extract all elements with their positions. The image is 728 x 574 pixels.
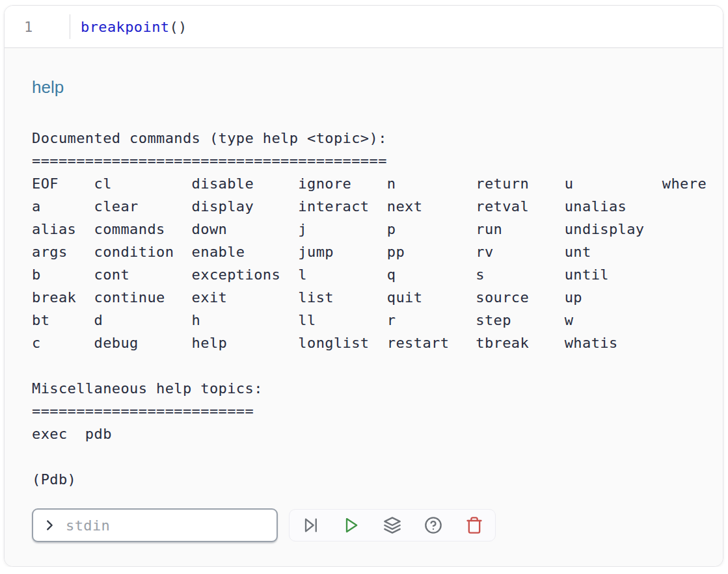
prompt-chevron-icon <box>42 518 57 532</box>
step-button[interactable] <box>298 514 323 536</box>
stack-icon <box>383 516 401 534</box>
line-number-gutter: 1 <box>5 6 70 47</box>
stdin-input-box[interactable] <box>32 508 278 542</box>
clear-button[interactable] <box>462 514 487 536</box>
run-button[interactable] <box>339 514 364 536</box>
stack-button[interactable] <box>380 514 405 536</box>
step-forward-icon <box>301 516 319 534</box>
trash-icon <box>465 516 483 534</box>
code-builtin-token: breakpoint <box>81 19 169 35</box>
echoed-command: help <box>32 77 695 98</box>
controls-row <box>32 508 695 542</box>
help-icon <box>424 516 442 534</box>
console-panel: help Documented commands (type help <top… <box>5 47 723 566</box>
debugger-repl-widget: 1 breakpoint() help Documented commands … <box>4 5 723 567</box>
code-editor[interactable]: 1 breakpoint() <box>5 6 723 47</box>
help-button[interactable] <box>421 514 446 536</box>
code-punctuation-token: () <box>169 19 187 35</box>
stdin-input[interactable] <box>64 517 267 534</box>
run-icon <box>342 516 360 534</box>
debug-toolbar <box>289 509 496 541</box>
line-number: 1 <box>24 19 33 35</box>
code-line[interactable]: breakpoint() <box>70 6 187 47</box>
pdb-output: Documented commands (type help <topic>):… <box>32 127 695 491</box>
